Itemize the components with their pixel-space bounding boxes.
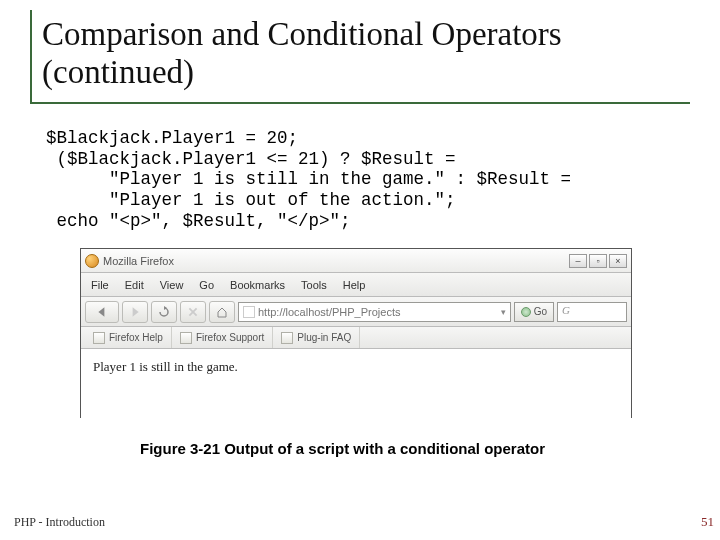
menu-bookmarks[interactable]: Bookmarks (224, 279, 291, 291)
bookmark-label: Firefox Support (196, 332, 264, 343)
window-buttons: – ▫ × (569, 254, 627, 268)
go-button[interactable]: Go (514, 302, 554, 322)
address-bar[interactable]: http://localhost/PHP_Projects ▾ (238, 302, 511, 322)
menu-file[interactable]: File (85, 279, 115, 291)
menu-view[interactable]: View (154, 279, 190, 291)
back-button[interactable] (85, 301, 119, 323)
title-line-1: Comparison and Conditional Operators (42, 16, 562, 52)
slide-title-block: Comparison and Conditional Operators (co… (30, 10, 690, 104)
search-box[interactable]: G (557, 302, 627, 322)
bookmark-plugin[interactable]: Plug-in FAQ (273, 327, 360, 348)
reload-button[interactable] (151, 301, 177, 323)
slide-container: Comparison and Conditional Operators (co… (0, 0, 720, 540)
footer-left: PHP - Introduction (14, 515, 105, 530)
bookmark-label: Plug-in FAQ (297, 332, 351, 343)
minimize-button[interactable]: – (569, 254, 587, 268)
menu-tools[interactable]: Tools (295, 279, 333, 291)
title-line-2: (continued) (42, 54, 194, 90)
bookmark-label: Firefox Help (109, 332, 163, 343)
page-output-text: Player 1 is still in the game. (93, 359, 238, 374)
code-example: $Blackjack.Player1 = 20; ($Blackjack.Pla… (46, 128, 686, 231)
go-icon (521, 307, 531, 317)
bookmark-icon (281, 332, 293, 344)
browser-title-text: Mozilla Firefox (103, 255, 565, 267)
slide-title: Comparison and Conditional Operators (co… (42, 16, 690, 92)
browser-titlebar: Mozilla Firefox – ▫ × (81, 249, 631, 273)
firefox-icon (85, 254, 99, 268)
close-button[interactable]: × (609, 254, 627, 268)
menu-go[interactable]: Go (193, 279, 220, 291)
search-placeholder: G (562, 304, 570, 316)
bookmark-icon (180, 332, 192, 344)
bookmarks-toolbar: Firefox Help Firefox Support Plug-in FAQ (81, 327, 631, 349)
bookmark-icon (93, 332, 105, 344)
forward-button[interactable] (122, 301, 148, 323)
page-favicon-icon (243, 306, 255, 318)
go-label: Go (534, 306, 547, 317)
browser-window: Mozilla Firefox – ▫ × File Edit View Go … (80, 248, 632, 418)
figure-caption: Figure 3-21 Output of a script with a co… (140, 440, 660, 457)
menu-help[interactable]: Help (337, 279, 372, 291)
bookmark-support[interactable]: Firefox Support (172, 327, 273, 348)
maximize-button[interactable]: ▫ (589, 254, 607, 268)
slide-number: 51 (701, 514, 714, 530)
home-button[interactable] (209, 301, 235, 323)
browser-menubar: File Edit View Go Bookmarks Tools Help (81, 273, 631, 297)
stop-button[interactable] (180, 301, 206, 323)
dropdown-icon[interactable]: ▾ (501, 307, 506, 317)
address-text: http://localhost/PHP_Projects (258, 306, 400, 318)
browser-navbar: http://localhost/PHP_Projects ▾ Go G (81, 297, 631, 327)
menu-edit[interactable]: Edit (119, 279, 150, 291)
bookmark-help[interactable]: Firefox Help (85, 327, 172, 348)
browser-content: Player 1 is still in the game. (81, 349, 631, 419)
